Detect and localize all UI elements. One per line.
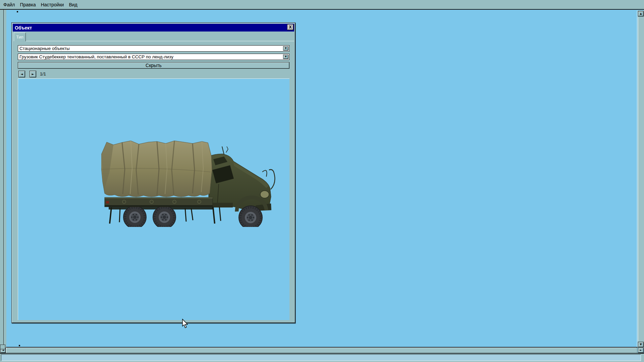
menu-divider bbox=[0, 9, 644, 10]
scrollbar-separator bbox=[637, 10, 637, 348]
dialog-title-bar[interactable]: Объект bbox=[13, 24, 294, 32]
menu-item-settings[interactable]: Настройки bbox=[40, 2, 65, 8]
arrow-left-icon: ◄ bbox=[21, 73, 23, 76]
truck-tarp bbox=[101, 141, 212, 197]
tab-type-label: Тип bbox=[16, 35, 23, 40]
category-combobox[interactable]: Стационарные объекты ▼ bbox=[18, 45, 289, 52]
object-combobox-value: Грузовик Студебеккер тентованный, постав… bbox=[19, 54, 173, 59]
scroll-right-icon: ► bbox=[640, 349, 642, 352]
vertical-scrollbar-thumb[interactable] bbox=[638, 17, 644, 341]
object-dropdown-button[interactable]: ▼ bbox=[283, 55, 288, 59]
scroll-left-icon: ◄ bbox=[2, 349, 4, 352]
status-bar bbox=[0, 354, 644, 362]
tab-strip-line bbox=[26, 41, 294, 41]
pager-label: 1/1 bbox=[40, 71, 46, 76]
scroll-up-icon: ▲ bbox=[640, 12, 642, 15]
map-marker-dot-bottom bbox=[19, 345, 20, 346]
next-object-button[interactable]: ► bbox=[30, 71, 36, 77]
left-frame-line bbox=[3, 10, 4, 345]
hide-button-label: Скрыть bbox=[146, 63, 162, 68]
scroll-right-button[interactable]: ► bbox=[638, 348, 644, 353]
map-marker-dot-top bbox=[17, 11, 18, 12]
menu-item-file[interactable]: Файл bbox=[3, 2, 15, 8]
truck-rear-wheel-1 bbox=[123, 206, 146, 227]
truck-render bbox=[101, 139, 289, 227]
menu-bar: Файл Правка Настройки Вид bbox=[0, 0, 644, 9]
chevron-down-icon: ▼ bbox=[285, 47, 286, 50]
dialog-title: Объект bbox=[15, 25, 32, 31]
dialog-close-button[interactable]: X bbox=[287, 24, 293, 30]
close-icon: X bbox=[289, 25, 291, 29]
prev-object-button[interactable]: ◄ bbox=[18, 71, 25, 77]
category-dropdown-button[interactable]: ▼ bbox=[283, 46, 288, 51]
chevron-down-icon: ▼ bbox=[285, 56, 286, 58]
frame-corner-box bbox=[0, 345, 5, 349]
mouse-cursor bbox=[182, 319, 189, 329]
menu-item-view[interactable]: Вид bbox=[68, 2, 78, 8]
truck-rear-wheel-2 bbox=[153, 206, 176, 227]
category-combobox-value: Стационарные объекты bbox=[19, 46, 70, 51]
horizontal-scrollbar-thumb[interactable] bbox=[6, 348, 636, 353]
hide-button[interactable]: Скрыть bbox=[18, 62, 289, 69]
truck-front-wheel bbox=[239, 206, 262, 227]
status-panel bbox=[1, 354, 641, 361]
object-dialog: Объект X Тип Стационарные объекты ▼ Груз… bbox=[11, 22, 296, 323]
truck-bed-side bbox=[105, 197, 213, 207]
object-combobox[interactable]: Грузовик Студебеккер тентованный, постав… bbox=[18, 54, 289, 60]
scroll-down-button[interactable]: ▼ bbox=[638, 342, 644, 347]
object-preview-viewport[interactable] bbox=[18, 78, 289, 320]
scroll-up-button[interactable]: ▲ bbox=[638, 11, 644, 16]
arrow-right-icon: ► bbox=[32, 73, 34, 76]
editor-root: { "menubar": { "items": ["Файл", "Правка… bbox=[0, 0, 644, 362]
left-window-frame bbox=[0, 10, 6, 354]
tab-type[interactable]: Тип bbox=[14, 33, 26, 41]
scroll-down-icon: ▼ bbox=[640, 343, 642, 346]
menu-item-edit[interactable]: Правка bbox=[19, 2, 36, 8]
